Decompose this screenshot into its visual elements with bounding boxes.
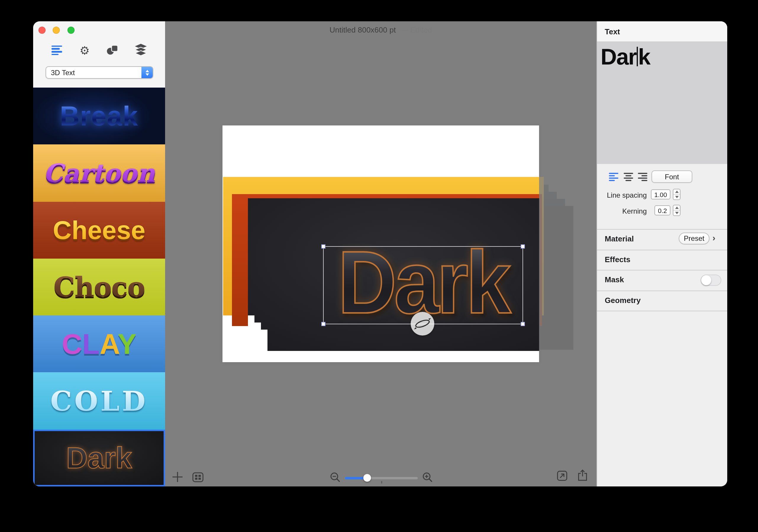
- align-center-button[interactable]: [623, 173, 633, 181]
- outside-canvas-dim: [165, 362, 597, 486]
- effects-section-label: Effects: [605, 255, 631, 264]
- zoom-out-button[interactable]: [329, 472, 341, 483]
- divider: [597, 270, 727, 270]
- preset-item-dark[interactable]: Dark: [33, 429, 165, 486]
- layers-icon: [134, 43, 147, 57]
- inspector-header: Text: [597, 21, 727, 42]
- divider: [597, 311, 727, 311]
- chevron-right-icon[interactable]: ›: [712, 232, 715, 243]
- share-button[interactable]: [577, 469, 588, 481]
- preset-label: Cartoon: [43, 159, 155, 188]
- window-title: Untitled 800x600 pt — Edited: [165, 25, 597, 34]
- preset-item-clay[interactable]: CLAY: [33, 315, 165, 372]
- rotate-3d-icon: [412, 314, 432, 334]
- divider: [597, 250, 727, 250]
- window-controls: [39, 25, 79, 34]
- align-right-button[interactable]: [637, 173, 647, 181]
- edited-badge: — Edited: [400, 25, 432, 34]
- line-spacing-label: Line spacing: [597, 191, 647, 199]
- minimize-button[interactable]: [53, 27, 60, 34]
- selection-handle[interactable]: [521, 322, 525, 326]
- canvas-area: Untitled 800x600 pt — Edited Dark: [165, 21, 597, 486]
- geometry-section-label: Geometry: [605, 296, 640, 305]
- preset-item-choco[interactable]: Choco: [33, 259, 165, 316]
- mask-section-label: Mask: [605, 275, 624, 284]
- layers-tab[interactable]: [132, 43, 150, 58]
- page-stack-corner: [248, 315, 255, 351]
- kerning-input[interactable]: 0.2: [654, 205, 671, 215]
- fullscreen-button[interactable]: [67, 27, 75, 34]
- add-object-button[interactable]: [170, 469, 185, 485]
- zoom-slider-detent: [381, 481, 382, 483]
- page-stack-corner: [261, 330, 267, 351]
- zoom-in-button[interactable]: [422, 472, 433, 483]
- kerning-label: Kerning: [597, 207, 647, 215]
- preset-list: Break Cartoon Cheese Choco CLAY COLD: [33, 88, 165, 486]
- gallery-grid-icon: [192, 472, 203, 482]
- font-button[interactable]: Font: [651, 170, 692, 183]
- document-title: Untitled 800x600 pt: [329, 25, 396, 34]
- preset-label: COLD: [50, 385, 148, 417]
- outside-canvas-dim: [165, 125, 223, 362]
- shapes-tab[interactable]: [104, 43, 121, 58]
- preset-label: Choco: [53, 271, 145, 303]
- preset-item-cartoon[interactable]: Cartoon: [33, 145, 165, 202]
- list-icon: [52, 44, 62, 56]
- screen: ⚙ 3D Text Break: [0, 0, 758, 532]
- inspector-panel: Text Dark Font Line spacing 1.00 Kerning…: [597, 21, 727, 486]
- preset-item-cheese[interactable]: Cheese: [33, 201, 165, 259]
- text-input-area[interactable]: Dark: [597, 41, 727, 164]
- text-input-value: Dark: [601, 44, 650, 70]
- style-dropdown-value: 3D Text: [51, 69, 75, 77]
- gear-icon: ⚙: [80, 45, 90, 56]
- template-gallery-button[interactable]: [191, 471, 204, 483]
- line-spacing-stepper[interactable]: [673, 189, 680, 200]
- shapes-icon: [106, 44, 119, 57]
- material-section-label: Material: [605, 234, 634, 243]
- zoom-out-icon: [329, 472, 341, 483]
- sidebar: ⚙ 3D Text Break: [33, 21, 165, 486]
- canvas-size-button[interactable]: [557, 471, 568, 481]
- zoom-in-icon: [422, 472, 433, 483]
- outside-canvas-dim: [165, 21, 597, 125]
- settings-tab[interactable]: ⚙: [76, 43, 93, 58]
- rotate-3d-handle[interactable]: [411, 312, 434, 336]
- divider: [597, 291, 727, 291]
- resize-icon: [557, 471, 568, 481]
- selection-handle[interactable]: [321, 244, 326, 249]
- zoom-slider-knob[interactable]: [363, 474, 371, 482]
- preset-label: CLAY: [62, 328, 137, 360]
- selection-handle[interactable]: [521, 244, 525, 249]
- preset-item-break[interactable]: Break: [33, 88, 165, 145]
- kerning-stepper[interactable]: [673, 205, 680, 216]
- material-preset-button[interactable]: Preset: [679, 232, 709, 244]
- sidebar-toolbar: ⚙: [33, 43, 165, 59]
- line-spacing-input[interactable]: 1.00: [651, 189, 671, 199]
- app-window: ⚙ 3D Text Break: [33, 21, 727, 486]
- align-left-button[interactable]: [609, 173, 619, 181]
- close-button[interactable]: [39, 27, 46, 34]
- preset-label: Dark: [66, 441, 132, 475]
- mask-toggle[interactable]: [701, 274, 721, 286]
- divider: [597, 229, 727, 230]
- style-dropdown[interactable]: 3D Text: [46, 66, 153, 79]
- toggle-knob: [701, 275, 711, 285]
- inspector-title: Text: [605, 27, 620, 36]
- preset-item-cold[interactable]: COLD: [33, 372, 165, 430]
- text-object[interactable]: Dark: [338, 244, 509, 321]
- share-icon: [577, 469, 588, 481]
- presets-tab[interactable]: [48, 43, 66, 58]
- outside-canvas-dim: [539, 125, 597, 362]
- dropdown-arrows-icon: [141, 67, 153, 78]
- plus-icon: [172, 471, 184, 483]
- preset-label: Cheese: [53, 215, 145, 245]
- page-stack-corner: [255, 323, 261, 351]
- preset-label: Break: [60, 100, 138, 132]
- selection-handle[interactable]: [321, 322, 326, 326]
